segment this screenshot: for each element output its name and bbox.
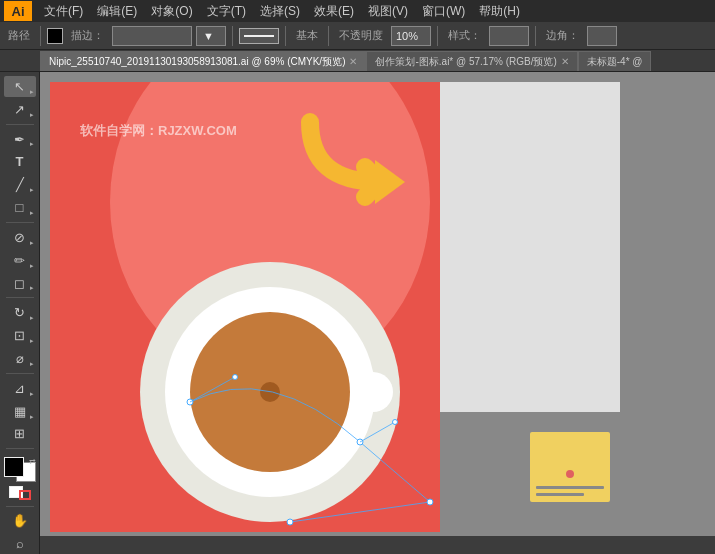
coffee-cup <box>165 287 375 497</box>
tab-2[interactable]: 未标题-4* @ <box>578 51 652 71</box>
separator-1 <box>6 124 34 125</box>
brush-sub-indicator: ▸ <box>30 239 34 247</box>
toolbar-divider-6 <box>535 26 536 46</box>
paintbrush-tool-btn[interactable]: ⊘ ▸ <box>4 227 36 248</box>
ai-logo: Ai <box>4 1 32 21</box>
opacity-input[interactable] <box>391 26 431 46</box>
direct-selection-tool-btn[interactable]: ↗ ▸ <box>4 99 36 120</box>
line-sub-indicator: ▸ <box>30 186 34 194</box>
line-tool-btn[interactable]: ╱ ▸ <box>4 174 36 195</box>
scale-tool-btn[interactable]: ⊡ ▸ <box>4 325 36 346</box>
hand-tool-btn[interactable]: ✋ <box>4 510 36 531</box>
selection-tool-btn[interactable]: ↖ ▸ <box>4 76 36 97</box>
tab-bar: Nipic_25510740_20191130193058913081.ai @… <box>0 50 715 72</box>
sub-tool-indicator-2: ▸ <box>30 111 34 119</box>
eyedropper-icon: ⊿ <box>14 381 25 396</box>
warp-sub-indicator: ▸ <box>30 360 34 368</box>
coffee-liquid <box>190 312 350 472</box>
foreground-color-box[interactable] <box>4 457 24 477</box>
separator-3 <box>6 297 34 298</box>
corner-label: 边角： <box>542 28 583 43</box>
pen-tool-btn[interactable]: ✒ ▸ <box>4 129 36 150</box>
tab-0-close[interactable]: ✕ <box>349 56 357 67</box>
menu-text[interactable]: 文字(T) <box>201 1 252 22</box>
rotate-tool-btn[interactable]: ↻ ▸ <box>4 302 36 323</box>
color-selector[interactable]: ⇄ <box>4 457 36 481</box>
menu-window[interactable]: 窗口(W) <box>416 1 471 22</box>
menu-edit[interactable]: 编辑(E) <box>91 1 143 22</box>
graph-icon: ▦ <box>14 404 26 419</box>
pen-sub-indicator: ▸ <box>30 140 34 148</box>
menu-view[interactable]: 视图(V) <box>362 1 414 22</box>
stroke-indicator[interactable] <box>19 490 31 500</box>
style-input[interactable] <box>489 26 529 46</box>
line-icon: ╱ <box>16 177 24 192</box>
basic-label: 基本 <box>292 28 322 43</box>
hand-icon: ✋ <box>12 513 28 528</box>
warp-tool-btn[interactable]: ⌀ ▸ <box>4 348 36 369</box>
separator-6 <box>6 506 34 507</box>
tab-1-close[interactable]: ✕ <box>561 56 569 67</box>
artwork-canvas[interactable] <box>50 82 620 532</box>
tab-2-label: 未标题-4* @ <box>587 55 643 69</box>
pencil-tool-btn[interactable]: ✏ ▸ <box>4 250 36 271</box>
menu-help[interactable]: 帮助(H) <box>473 1 526 22</box>
menu-select[interactable]: 选择(S) <box>254 1 306 22</box>
scale-sub-indicator: ▸ <box>30 337 34 345</box>
swap-colors-btn[interactable]: ⇄ <box>29 457 36 466</box>
toolbar-divider-2 <box>232 26 233 46</box>
status-bar <box>40 536 715 554</box>
opacity-label: 不透明度 <box>335 28 387 43</box>
menu-effect[interactable]: 效果(E) <box>308 1 360 22</box>
artboard-tool-btn[interactable]: ⊞ <box>4 424 36 445</box>
paintbrush-icon: ⊘ <box>14 230 25 245</box>
stroke-style-selector[interactable] <box>239 28 279 44</box>
coffee-cup-handle <box>363 372 393 412</box>
graph-sub-indicator: ▸ <box>30 413 34 421</box>
pencil-sub-indicator: ▸ <box>30 262 34 270</box>
eyedropper-tool-btn[interactable]: ⊿ ▸ <box>4 378 36 399</box>
toolbar-divider-4 <box>328 26 329 46</box>
stroke-width-input[interactable] <box>112 26 192 46</box>
style-label: 样式： <box>444 28 485 43</box>
canvas-area[interactable]: 软件自学网：RJZXW.COM <box>40 72 715 554</box>
shape-tool-btn[interactable]: □ ▸ <box>4 197 36 218</box>
tab-1[interactable]: 创作策划-图标.ai* @ 57.17% (RGB/预览) ✕ <box>366 51 577 71</box>
toolbar-divider-1 <box>40 26 41 46</box>
eye-sub-indicator: ▸ <box>30 390 34 398</box>
yellow-arrow-shape <box>250 92 450 215</box>
path-label: 路径 <box>4 28 34 43</box>
tab-1-label: 创作策划-图标.ai* @ 57.17% (RGB/预览) <box>375 55 556 69</box>
selection-icon: ↖ <box>14 79 25 94</box>
menu-bar: Ai 文件(F) 编辑(E) 对象(O) 文字(T) 选择(S) 效果(E) 视… <box>0 0 715 22</box>
stroke-type-dropdown[interactable]: ▼ <box>196 26 226 46</box>
separator-2 <box>6 222 34 223</box>
eraser-sub-indicator: ▸ <box>30 284 34 292</box>
shape-sub-indicator: ▸ <box>30 209 34 217</box>
direct-selection-icon: ↗ <box>14 102 25 117</box>
menu-object[interactable]: 对象(O) <box>145 1 198 22</box>
tab-0-label: Nipic_25510740_20191130193058913081.ai @… <box>49 55 345 69</box>
coffee-center <box>260 382 280 402</box>
svg-marker-0 <box>375 160 405 204</box>
tab-0[interactable]: Nipic_25510740_20191130193058913081.ai @… <box>40 51 366 71</box>
type-tool-btn[interactable]: T <box>4 151 36 172</box>
rotate-sub-indicator: ▸ <box>30 314 34 322</box>
artboard-icon: ⊞ <box>14 426 25 441</box>
graph-tool-btn[interactable]: ▦ ▸ <box>4 401 36 422</box>
zoom-tool-btn[interactable]: ⌕ <box>4 533 36 554</box>
toolbar-divider-5 <box>437 26 438 46</box>
fill-stroke-indicator[interactable] <box>9 486 31 500</box>
eraser-tool-btn[interactable]: ◻ ▸ <box>4 273 36 294</box>
sub-tool-indicator: ▸ <box>30 88 34 96</box>
zoom-icon: ⌕ <box>16 536 24 551</box>
corner-input[interactable] <box>587 26 617 46</box>
menu-file[interactable]: 文件(F) <box>38 1 89 22</box>
note-line-1 <box>536 486 604 489</box>
shape-icon: □ <box>16 200 24 215</box>
options-toolbar: 路径 描边： ▼ 基本 不透明度 样式： 边角： <box>0 22 715 50</box>
left-toolbar: ↖ ▸ ↗ ▸ ✒ ▸ T ╱ ▸ □ ▸ ⊘ ▸ ✏ ▸ <box>0 72 40 554</box>
main-area: ↖ ▸ ↗ ▸ ✒ ▸ T ╱ ▸ □ ▸ ⊘ ▸ ✏ ▸ <box>0 72 715 554</box>
separator-5 <box>6 448 34 449</box>
stroke-color-swatch[interactable] <box>47 28 63 44</box>
